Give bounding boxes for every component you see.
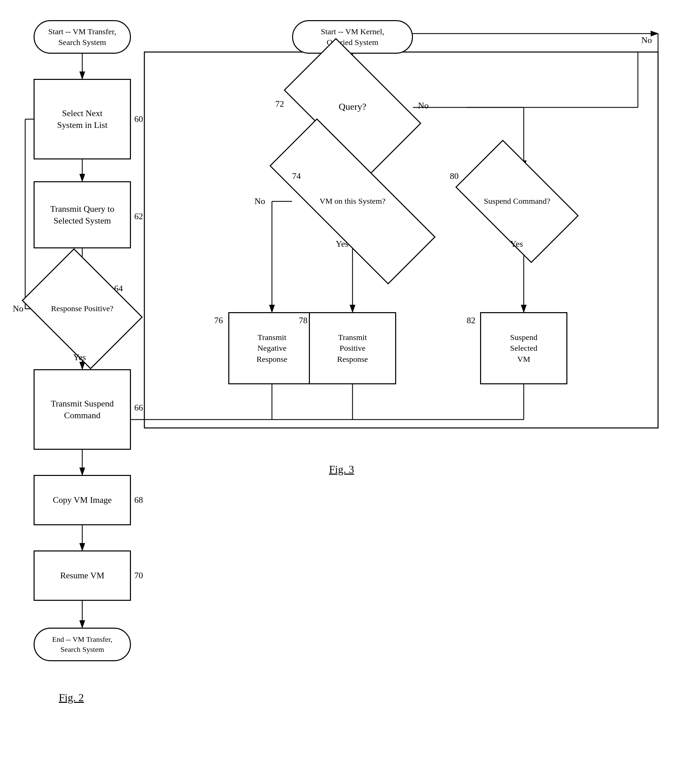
query-label: Query? bbox=[339, 101, 366, 113]
transmit-negative-label: Transmit Negative Response bbox=[257, 332, 287, 364]
no-top-label: No bbox=[641, 35, 652, 45]
no-right-query: No bbox=[418, 101, 429, 111]
ref-68: 68 bbox=[134, 495, 143, 505]
select-next-label: Select Next System in List bbox=[57, 107, 107, 131]
diagram-container: Start -- VM Transfer, Search System Sele… bbox=[0, 0, 700, 738]
no-left-vm: No bbox=[255, 196, 265, 206]
resume-vm-label: Resume VM bbox=[60, 570, 104, 581]
ref-72: 72 bbox=[275, 99, 284, 109]
yes-vm: Yes bbox=[336, 239, 348, 249]
copy-vm-node: Copy VM Image bbox=[33, 475, 131, 525]
fig2-label: Fig. 2 bbox=[59, 692, 84, 704]
suspend-selected-node: Suspend Selected VM bbox=[480, 312, 567, 384]
start-node-fig3: Start -- VM Kernel, Queried System bbox=[292, 20, 413, 54]
ref-60: 60 bbox=[134, 114, 143, 124]
end-label-fig2: End -- VM Transfer, Search System bbox=[52, 634, 112, 654]
transmit-suspend-node: Transmit Suspend Command bbox=[33, 369, 131, 450]
suspend-command-label: Suspend Command? bbox=[484, 196, 550, 206]
suspend-selected-label: Suspend Selected VM bbox=[510, 332, 537, 364]
no-label-fig2: No bbox=[13, 304, 23, 314]
start-node-fig2: Start -- VM Transfer, Search System bbox=[33, 20, 131, 54]
resume-vm-node: Resume VM bbox=[33, 550, 131, 601]
transmit-suspend-label: Transmit Suspend Command bbox=[51, 398, 114, 421]
transmit-positive-label: Transmit Positive Response bbox=[337, 332, 368, 364]
transmit-query-node: Transmit Query to Selected System bbox=[33, 181, 131, 248]
ref-78: 78 bbox=[299, 316, 308, 326]
yes-suspend: Yes bbox=[510, 239, 523, 249]
ref-74: 74 bbox=[292, 171, 301, 181]
response-positive-label: Response Positive? bbox=[51, 303, 113, 314]
transmit-positive-node: Transmit Positive Response bbox=[309, 312, 396, 384]
ref-70: 70 bbox=[134, 570, 143, 580]
select-next-node: Select Next System in List bbox=[33, 79, 131, 160]
ref-64: 64 bbox=[114, 284, 123, 294]
yes-label-fig2: Yes bbox=[73, 353, 86, 363]
ref-76: 76 bbox=[214, 316, 223, 326]
ref-82: 82 bbox=[467, 316, 475, 326]
suspend-command-node: Suspend Command? bbox=[463, 168, 571, 235]
ref-62: 62 bbox=[134, 211, 143, 221]
ref-80: 80 bbox=[450, 171, 458, 181]
transmit-query-label: Transmit Query to Selected System bbox=[50, 203, 114, 226]
end-node-fig2: End -- VM Transfer, Search System bbox=[33, 628, 131, 661]
copy-vm-label: Copy VM Image bbox=[53, 494, 112, 506]
fig3-label: Fig. 3 bbox=[329, 463, 354, 476]
start-label-fig2: Start -- VM Transfer, Search System bbox=[48, 26, 117, 48]
vm-on-system-label: VM on this System? bbox=[320, 196, 386, 206]
ref-66: 66 bbox=[134, 403, 143, 413]
response-positive-node: Response Positive? bbox=[33, 272, 131, 346]
